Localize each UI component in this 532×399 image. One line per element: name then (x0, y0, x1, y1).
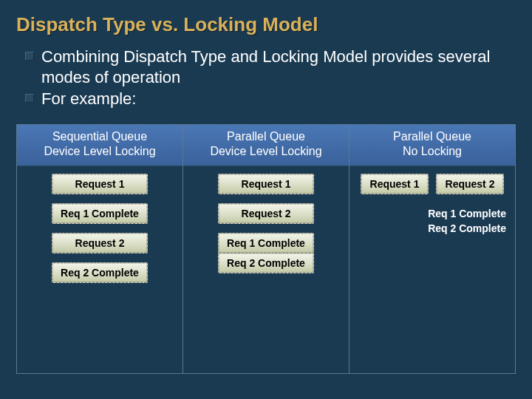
complete-group: Req 1 Complete Req 2 Complete (355, 208, 509, 234)
column-body: Request 1 Request 2 Req 1 Complete Req 2… (349, 166, 515, 373)
complete-text: Req 2 Complete (428, 222, 506, 234)
complete-chip: Req 2 Complete (52, 262, 148, 283)
bullet-list: Combining Dispatch Type and Locking Mode… (25, 47, 516, 109)
complete-text: Req 1 Complete (428, 208, 506, 219)
column-body: Request 1 Request 2 Req 1 Complete Req 2… (183, 166, 349, 373)
request-chip: Request 1 (361, 174, 429, 194)
request-chip: Request 1 (218, 174, 314, 194)
column-parallel-locking: Parallel Queue Device Level Locking Requ… (183, 125, 349, 374)
complete-chip: Req 2 Complete (218, 253, 314, 273)
request-chip: Request 2 (52, 233, 148, 253)
complete-chip: Req 1 Complete (218, 233, 314, 253)
column-sequential: Sequential Queue Device Level Locking Re… (17, 125, 183, 374)
request-row: Request 1 Request 2 (361, 174, 504, 194)
bullet-item: Combining Dispatch Type and Locking Mode… (25, 47, 516, 87)
bullet-icon (25, 94, 34, 103)
bullet-item: For example: (25, 89, 516, 109)
diagram-container: Sequential Queue Device Level Locking Re… (16, 124, 516, 375)
complete-stack: Req 1 Complete Req 2 Complete (218, 233, 314, 273)
header-line: Parallel Queue (352, 129, 512, 145)
column-header: Sequential Queue Device Level Locking (17, 125, 183, 167)
request-chip: Request 2 (436, 174, 504, 194)
header-line: Device Level Locking (20, 144, 180, 160)
bullet-text: Combining Dispatch Type and Locking Mode… (41, 47, 516, 87)
request-chip: Request 1 (52, 174, 148, 194)
column-parallel-nolock: Parallel Queue No Locking Request 1 Requ… (349, 125, 515, 374)
slide-title: Dispatch Type vs. Locking Model (16, 13, 516, 36)
header-line: Device Level Locking (186, 144, 346, 160)
header-line: No Locking (352, 144, 512, 160)
header-line: Parallel Queue (186, 129, 346, 145)
column-header: Parallel Queue Device Level Locking (183, 125, 349, 167)
column-body: Request 1 Req 1 Complete Request 2 Req 2… (17, 166, 183, 373)
bullet-text: For example: (41, 89, 136, 109)
column-header: Parallel Queue No Locking (349, 125, 515, 167)
complete-chip: Req 1 Complete (52, 203, 148, 224)
request-chip: Request 2 (218, 203, 314, 224)
header-line: Sequential Queue (20, 129, 180, 145)
bullet-icon (25, 52, 34, 61)
